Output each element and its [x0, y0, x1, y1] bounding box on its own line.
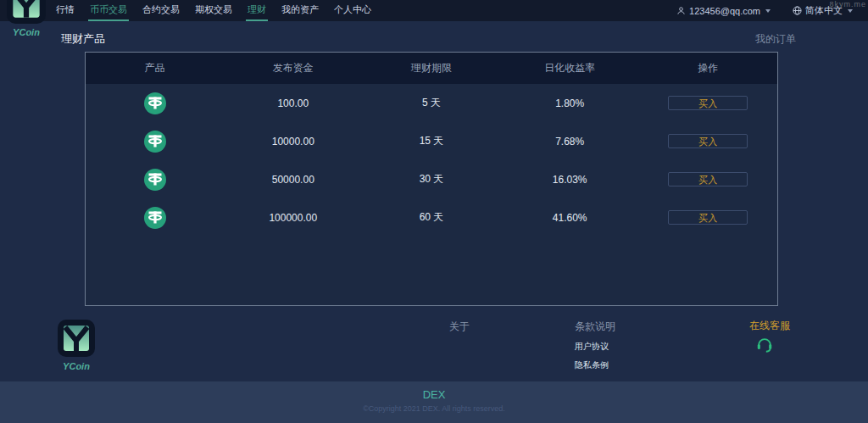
- table-row: 10000.00 15 天 7.68% 买入: [86, 122, 777, 160]
- copyright-text: ©Copyright 2021 DEX. All rights reserved…: [0, 404, 868, 413]
- page-title: 理财产品: [61, 31, 105, 47]
- action-cell: 买入: [639, 210, 777, 225]
- amount-cell: 100000.00: [224, 212, 362, 224]
- table-header-cell: 理财期限: [362, 61, 500, 75]
- footer-terms-title: 条款说明: [575, 320, 615, 334]
- top-navbar: 行情 币币交易 合约交易 期权交易 理财 我的资产 个人中心 123456@qq…: [0, 0, 868, 21]
- footer-about-title: 关于: [449, 320, 470, 334]
- usdt-coin-icon: [144, 207, 166, 229]
- nav-item[interactable]: 币币交易: [88, 0, 129, 21]
- nav-item[interactable]: 我的资产: [280, 0, 320, 21]
- table-header-cell: 操作: [639, 61, 777, 75]
- watermark-text: 8kym.me: [829, 0, 866, 8]
- footer-terms-column: 条款说明 用户协议 隐私条例: [575, 320, 615, 371]
- main-nav: 行情 币币交易 合约交易 期权交易 理财 我的资产 个人中心: [54, 0, 373, 21]
- table-row: 100000.00 60 天 41.60% 买入: [86, 198, 777, 237]
- amount-cell: 50000.00: [224, 174, 362, 186]
- nav-item[interactable]: 合约交易: [141, 0, 181, 21]
- term-cell: 5 天: [362, 96, 500, 110]
- term-cell: 15 天: [362, 134, 500, 148]
- brand-logo[interactable]: [7, 0, 46, 24]
- amount-cell: 100.00: [224, 97, 362, 109]
- products-panel: 产品 发布资金 理财期限 日化收益率 操作 100.00 5 天 1.80% 买…: [85, 52, 778, 306]
- product-cell: [86, 207, 224, 229]
- table-row: 100.00 5 天 1.80% 买入: [86, 84, 777, 122]
- brand-name: YCoin: [7, 27, 46, 37]
- product-cell: [86, 169, 224, 191]
- rate-cell: 1.80%: [501, 97, 639, 109]
- buy-button[interactable]: 买入: [668, 134, 748, 148]
- nav-item[interactable]: 个人中心: [332, 0, 373, 21]
- action-cell: 买入: [639, 134, 777, 148]
- footer-brand-logo[interactable]: [58, 320, 95, 357]
- table-header-cell: 日化收益率: [501, 61, 639, 75]
- usdt-coin-icon: [144, 169, 166, 191]
- term-cell: 60 天: [362, 210, 500, 225]
- action-cell: 买入: [639, 172, 777, 186]
- action-cell: 买入: [639, 96, 777, 110]
- buy-button[interactable]: 买入: [668, 96, 748, 110]
- caret-down-icon: [848, 9, 853, 13]
- customer-service-icon[interactable]: [755, 335, 774, 353]
- user-icon: [676, 6, 686, 15]
- product-cell: [86, 92, 224, 114]
- footer-link[interactable]: 用户协议: [575, 341, 615, 353]
- usdt-coin-icon: [144, 131, 166, 153]
- usdt-coin-icon: [144, 92, 166, 114]
- user-email: 123456@qq.com: [689, 6, 760, 16]
- account-menu[interactable]: 123456@qq.com: [676, 6, 771, 16]
- amount-cell: 10000.00: [224, 136, 362, 147]
- caret-down-icon: [765, 9, 771, 13]
- online-support-link[interactable]: 在线客服: [749, 319, 790, 333]
- rate-cell: 16.03%: [501, 174, 639, 186]
- my-orders-link[interactable]: 我的订单: [755, 32, 796, 47]
- footer-brand-name: YCoin: [58, 361, 95, 371]
- product-cell: [86, 131, 224, 153]
- nav-item[interactable]: 期权交易: [193, 0, 234, 21]
- nav-item[interactable]: 行情: [54, 0, 76, 21]
- rate-cell: 41.60%: [501, 212, 639, 224]
- table-header-row: 产品 发布资金 理财期限 日化收益率 操作: [86, 53, 777, 84]
- table-row: 50000.00 30 天 16.03% 买入: [86, 160, 777, 198]
- rate-cell: 7.68%: [501, 136, 639, 147]
- table-header-cell: 发布资金: [224, 61, 362, 75]
- table-header-cell: 产品: [86, 61, 224, 75]
- bottom-bar: DEX ©Copyright 2021 DEX. All rights rese…: [0, 381, 868, 423]
- buy-button[interactable]: 买入: [668, 210, 748, 225]
- nav-item[interactable]: 理财: [246, 0, 268, 21]
- buy-button[interactable]: 买入: [668, 172, 748, 186]
- footer-link[interactable]: 隐私条例: [575, 359, 615, 371]
- dex-title: DEX: [0, 388, 868, 401]
- term-cell: 30 天: [362, 172, 500, 186]
- globe-icon: [793, 6, 802, 15]
